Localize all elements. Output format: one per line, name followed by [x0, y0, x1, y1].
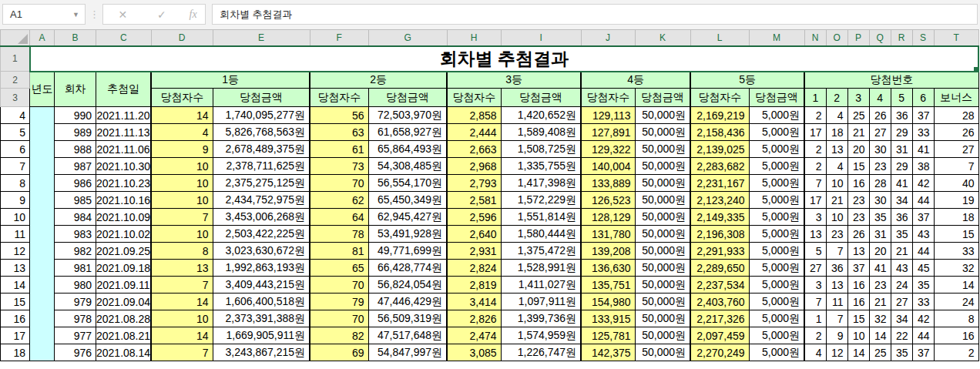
insert-function-icon[interactable]: fx: [190, 8, 197, 21]
date-cell[interactable]: 2021.09.04: [96, 294, 152, 310]
date-cell[interactable]: 2021.11.20: [96, 107, 152, 124]
winners-cell-rank1[interactable]: 7: [151, 209, 213, 226]
round-cell[interactable]: 977: [55, 327, 96, 344]
prize-cell-rank2[interactable]: 54,847,997원: [368, 344, 447, 361]
ball-cell-6[interactable]: 37: [912, 107, 934, 124]
winners-cell-rank2[interactable]: 82: [310, 327, 368, 344]
bonus-cell[interactable]: 2: [934, 344, 978, 361]
date-cell[interactable]: 2021.10.02: [96, 226, 152, 243]
winners-cell-rank1[interactable]: 10: [151, 175, 213, 192]
winners-cell-rank2[interactable]: 56: [310, 107, 368, 124]
round-cell[interactable]: 988: [55, 141, 96, 158]
ball-cell-5[interactable]: 21: [891, 243, 912, 260]
header-winning-numbers[interactable]: 당첨번호: [804, 72, 978, 89]
round-cell[interactable]: 986: [55, 175, 96, 192]
winners-cell-rank2[interactable]: 70: [310, 175, 368, 192]
ball-cell-6[interactable]: 44: [912, 192, 934, 209]
prize-cell-rank2[interactable]: 62,945,427원: [368, 209, 447, 226]
prize-cell-rank3[interactable]: 1,574,959원: [501, 327, 581, 344]
prize-cell-rank3[interactable]: 1,411,027원: [501, 277, 581, 294]
winners-cell-rank2[interactable]: 70: [310, 277, 368, 294]
ball-cell-2[interactable]: 36: [826, 260, 847, 277]
ball-cell-4[interactable]: 30: [869, 141, 891, 158]
round-cell[interactable]: 985: [55, 192, 96, 209]
bonus-cell[interactable]: 24: [934, 294, 978, 310]
winners-cell-rank4[interactable]: 142,375: [581, 344, 635, 361]
winners-cell-rank2[interactable]: 65: [310, 260, 368, 277]
header-rank-3[interactable]: 3등: [447, 72, 581, 89]
prize-cell-rank1[interactable]: 2,503,422,225원: [213, 226, 310, 243]
winners-cell-rank5[interactable]: 2,231,167: [690, 175, 749, 192]
cancel-icon[interactable]: ✕: [111, 8, 134, 21]
winners-cell-rank2[interactable]: 73: [310, 158, 368, 175]
bonus-cell[interactable]: 15: [934, 226, 978, 243]
winners-cell-rank1[interactable]: 4: [151, 124, 213, 141]
date-cell[interactable]: 2021.09.18: [96, 260, 152, 277]
row-header[interactable]: 14: [1, 277, 30, 294]
winners-cell-rank2[interactable]: 64: [310, 209, 368, 226]
ball-cell-4[interactable]: 41: [869, 260, 891, 277]
winners-cell-rank5[interactable]: 2,158,436: [690, 124, 749, 141]
winners-cell-rank3[interactable]: 2,858: [447, 107, 501, 124]
prize-cell-rank3[interactable]: 1,508,725원: [501, 141, 581, 158]
round-cell[interactable]: 987: [55, 158, 96, 175]
ball-cell-5[interactable]: 34: [891, 192, 912, 209]
prize-cell-rank4[interactable]: 50,000원: [635, 192, 690, 209]
ball-cell-6[interactable]: 42: [912, 175, 934, 192]
winners-cell-rank3[interactable]: 3,085: [447, 344, 501, 361]
column-header-T[interactable]: T: [934, 30, 978, 46]
winners-cell-rank5[interactable]: 2,403,760: [690, 294, 749, 310]
header-prize[interactable]: 당첨금액: [368, 89, 447, 107]
ball-cell-6[interactable]: 37: [912, 344, 934, 361]
prize-cell-rank4[interactable]: 50,000원: [635, 277, 690, 294]
prize-cell-rank1[interactable]: 3,243,867,215원: [213, 344, 310, 361]
ball-cell-2[interactable]: 10: [826, 175, 847, 192]
header-rank-5[interactable]: 5등: [690, 72, 804, 89]
prize-cell-rank2[interactable]: 47,517,648원: [368, 327, 447, 344]
ball-cell-1[interactable]: 3: [804, 209, 826, 226]
ball-cell-4[interactable]: 25: [869, 344, 891, 361]
row-header[interactable]: 8: [1, 175, 30, 192]
ball-cell-4[interactable]: 23: [869, 277, 891, 294]
prize-cell-rank3[interactable]: 1,399,736원: [501, 310, 581, 327]
column-header-R[interactable]: R: [891, 30, 912, 46]
ball-cell-6[interactable]: 33: [912, 294, 934, 310]
ball-cell-4[interactable]: 30: [869, 192, 891, 209]
header-draw-date[interactable]: 추첨일: [96, 72, 152, 107]
winners-cell-rank4[interactable]: 128,129: [581, 209, 635, 226]
ball-cell-5[interactable]: 35: [891, 226, 912, 243]
winners-cell-rank3[interactable]: 2,931: [447, 243, 501, 260]
ball-cell-2[interactable]: 4: [826, 158, 847, 175]
ball-cell-1[interactable]: 13: [804, 226, 826, 243]
ball-cell-5[interactable]: 27: [891, 294, 912, 310]
winners-cell-rank5[interactable]: 2,283,682: [690, 158, 749, 175]
column-header-J[interactable]: J: [581, 30, 635, 46]
column-header-C[interactable]: C: [96, 30, 152, 46]
date-cell[interactable]: 2021.08.21: [96, 327, 152, 344]
ball-cell-1[interactable]: 17: [804, 192, 826, 209]
winners-cell-rank5[interactable]: 2,123,240: [690, 192, 749, 209]
select-all-corner[interactable]: [1, 30, 30, 46]
ball-cell-2[interactable]: 12: [826, 344, 847, 361]
year-cell[interactable]: [30, 107, 55, 361]
name-box[interactable]: A1 ▼: [2, 4, 86, 25]
bonus-cell[interactable]: 27: [934, 141, 978, 158]
row-header[interactable]: 15: [1, 294, 30, 310]
ball-cell-3[interactable]: 14: [847, 344, 869, 361]
ball-cell-2[interactable]: 4: [826, 107, 847, 124]
bonus-cell[interactable]: 32: [934, 260, 978, 277]
ball-cell-1[interactable]: 2: [804, 327, 826, 344]
date-cell[interactable]: 2021.09.11: [96, 277, 152, 294]
prize-cell-rank2[interactable]: 65,450,349원: [368, 192, 447, 209]
column-header-M[interactable]: M: [749, 30, 804, 46]
prize-cell-rank5[interactable]: 5,000원: [749, 226, 804, 243]
row-header[interactable]: 7: [1, 158, 30, 175]
ball-cell-2[interactable]: 13: [826, 277, 847, 294]
ball-cell-5[interactable]: 22: [891, 327, 912, 344]
bonus-cell[interactable]: 18: [934, 209, 978, 226]
ball-cell-2[interactable]: 7: [826, 243, 847, 260]
ball-cell-4[interactable]: 27: [869, 124, 891, 141]
prize-cell-rank3[interactable]: 1,580,444원: [501, 226, 581, 243]
prize-cell-rank4[interactable]: 50,000원: [635, 243, 690, 260]
winners-cell-rank1[interactable]: 9: [151, 141, 213, 158]
